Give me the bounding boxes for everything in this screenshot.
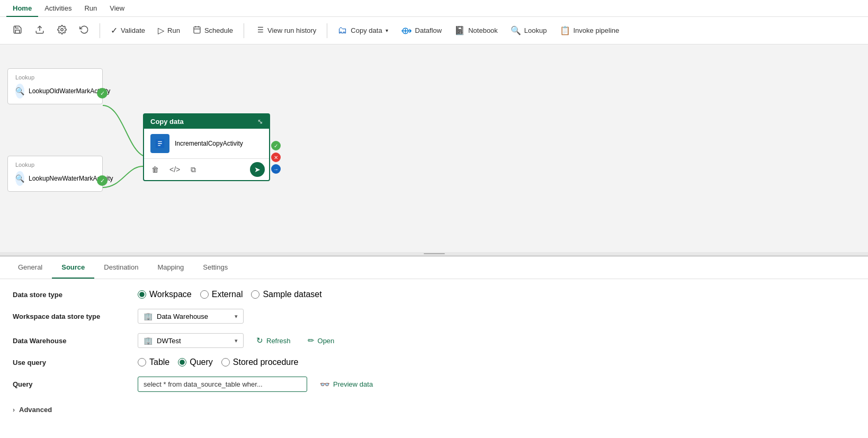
copy-data-label: Copy data: [351, 26, 382, 34]
menu-view[interactable]: View: [103, 0, 131, 17]
run-button[interactable]: ▷ Run: [153, 23, 185, 38]
schedule-button[interactable]: Schedule: [187, 23, 238, 39]
copy-data-node[interactable]: Copy data ⤡ IncrementalCopyActivity 🗑 </…: [143, 113, 270, 181]
workspace-data-store-type-dropdown[interactable]: 🏢 Data Warehouse ▾: [138, 309, 244, 324]
menu-run[interactable]: Run: [78, 0, 103, 17]
refresh-button[interactable]: ↻ Refresh: [252, 334, 295, 347]
form-content: Data store type Workspace External Sampl…: [0, 279, 868, 438]
warehouse-icon-dropdown: 🏢: [144, 312, 153, 320]
copy-node-delete-btn[interactable]: 🗑: [148, 164, 162, 175]
sample-dataset-radio-label: Sample dataset: [263, 290, 321, 299]
query-radio[interactable]: [178, 358, 186, 367]
preview-icon: 👓: [320, 380, 330, 389]
data-warehouse-dropdown[interactable]: 🏢 DWTest ▾: [138, 333, 244, 348]
save-button[interactable]: [7, 22, 28, 39]
separator-3: [327, 23, 327, 38]
stored-procedure-radio-label: Stored procedure: [233, 357, 299, 367]
stored-procedure-radio[interactable]: [221, 358, 230, 367]
connector-lines: [0, 44, 868, 255]
workspace-radio-group[interactable]: Workspace: [138, 290, 192, 299]
tab-source[interactable]: Source: [52, 257, 94, 279]
tab-destination[interactable]: Destination: [94, 257, 148, 279]
workspace-radio-label: Workspace: [149, 290, 192, 299]
lookup-node-2-body: 🔍 LookupNewWaterMarkActivity: [15, 171, 95, 186]
external-radio-label: External: [212, 290, 243, 299]
copy-data-icon: 🗂: [338, 25, 347, 36]
invoke-pipeline-button[interactable]: 📋 Invoke pipeline: [554, 23, 625, 38]
notebook-button[interactable]: 📓 Notebook: [449, 23, 503, 38]
external-radio-group[interactable]: External: [200, 290, 243, 299]
advanced-chevron-icon: ›: [13, 406, 15, 414]
copy-data-dropdown-icon[interactable]: ▾: [386, 28, 388, 33]
query-radio-label: Query: [190, 357, 213, 367]
copy-node-success-badge: ✓: [271, 141, 281, 150]
query-row: Query 👓 Preview data: [13, 377, 855, 392]
sample-dataset-radio[interactable]: [251, 290, 259, 299]
preview-data-button[interactable]: 👓 Preview data: [316, 378, 377, 391]
separator-1: [100, 23, 100, 38]
query-input[interactable]: [138, 377, 307, 392]
copy-node-actions: 🗑 </> ⧉ ➤: [144, 158, 269, 180]
view-run-history-button[interactable]: View run history: [249, 22, 321, 39]
separator-2: [244, 23, 244, 38]
query-radio-group[interactable]: Query: [178, 357, 213, 367]
view-run-history-label: View run history: [267, 26, 316, 34]
menu-bar: Home Activities Run View: [0, 0, 868, 17]
menu-activities[interactable]: Activities: [38, 0, 78, 17]
open-icon: ✏: [308, 336, 315, 345]
bottom-panel: General Source Destination Mapping Setti…: [0, 256, 868, 438]
history-icon: [255, 25, 264, 37]
gear-icon: [57, 25, 67, 37]
lookup-node-1-body: 🔍 LookupOldWaterMarkActivity: [15, 84, 95, 99]
copy-node-copy-btn[interactable]: ⧉: [187, 164, 199, 176]
checkmark-icon: ✓: [111, 25, 118, 35]
run-label: Run: [167, 26, 180, 34]
use-query-label: Use query: [13, 359, 129, 367]
notebook-label: Notebook: [468, 26, 498, 34]
dataflow-label: Dataflow: [415, 26, 442, 34]
copy-node-code-btn[interactable]: </>: [166, 164, 183, 175]
publish-icon: [35, 25, 44, 37]
copy-node-go-btn[interactable]: ➤: [250, 162, 265, 177]
lookup-button[interactable]: 🔍 Lookup: [505, 23, 552, 38]
open-button[interactable]: ✏ Open: [303, 334, 339, 347]
sample-dataset-radio-group[interactable]: Sample dataset: [251, 290, 321, 299]
save-icon: [13, 25, 22, 37]
lookup-node-2[interactable]: Lookup 🔍 LookupNewWaterMarkActivity ✓: [7, 156, 103, 192]
publish-button[interactable]: [30, 22, 50, 39]
copy-data-button[interactable]: 🗂 Copy data ▾: [333, 22, 393, 39]
lookup-label: Lookup: [524, 26, 547, 34]
use-query-row: Use query Table Query Stored procedure: [13, 357, 855, 367]
data-store-type-controls: Workspace External Sample dataset: [138, 290, 322, 299]
table-radio[interactable]: [138, 358, 146, 367]
dataflow-button[interactable]: ⟴ Dataflow: [396, 22, 448, 39]
data-store-type-row: Data store type Workspace External Sampl…: [13, 290, 855, 299]
resize-handle[interactable]: [0, 252, 868, 255]
query-label: Query: [13, 380, 129, 388]
copy-node-name: IncrementalCopyActivity: [175, 140, 243, 147]
advanced-toggle-button[interactable]: › Advanced: [13, 401, 52, 418]
copy-node-body: IncrementalCopyActivity: [144, 129, 269, 158]
workspace-data-store-type-value: Data Warehouse: [157, 312, 230, 320]
settings-button[interactable]: [52, 22, 72, 39]
table-radio-label: Table: [149, 357, 169, 367]
dropdown-arrow-1: ▾: [235, 313, 238, 320]
external-radio[interactable]: [200, 290, 209, 299]
menu-home[interactable]: Home: [6, 0, 38, 17]
refresh-icon: ↻: [256, 336, 263, 345]
tab-mapping[interactable]: Mapping: [148, 257, 193, 279]
copy-node-error-badge: ✕: [271, 153, 281, 162]
validate-label: Validate: [121, 26, 145, 34]
table-radio-group[interactable]: Table: [138, 357, 169, 367]
toolbar: ✓ Validate ▷ Run Schedule View run histo…: [0, 17, 868, 44]
canvas-area[interactable]: Lookup 🔍 LookupOldWaterMarkActivity ✓ Lo…: [0, 44, 868, 256]
undo-button[interactable]: [74, 22, 94, 39]
lookup-node-1[interactable]: Lookup 🔍 LookupOldWaterMarkActivity ✓: [7, 68, 103, 104]
workspace-radio[interactable]: [138, 290, 146, 299]
validate-button[interactable]: ✓ Validate: [105, 23, 150, 38]
lookup-icon: 🔍: [511, 25, 521, 35]
tab-general[interactable]: General: [8, 257, 52, 279]
stored-procedure-radio-group[interactable]: Stored procedure: [221, 357, 299, 367]
tab-settings[interactable]: Settings: [193, 257, 237, 279]
data-warehouse-controls: 🏢 DWTest ▾ ↻ Refresh ✏ Open: [138, 333, 338, 348]
